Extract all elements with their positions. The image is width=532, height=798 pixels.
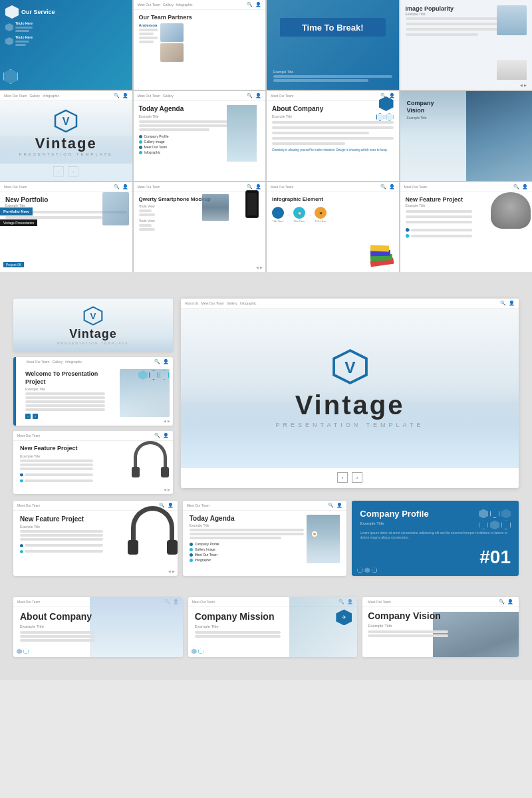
- slide-today-agenda: Meet Our Team Gallery 🔍 👤 Today Agenda E…: [134, 91, 266, 181]
- section-spacer-2: [0, 583, 532, 591]
- slide-qwerty: Meet Our Team 🔍 👤 Qwerty Smartphone Mock…: [134, 182, 266, 272]
- accent-bar: [13, 357, 16, 426]
- slide-vintage-cover: Meet Our Team Gallery Infographic 🔍 👤 V …: [0, 91, 132, 181]
- slide-company-mission-final: Meet Our Team 🔍 👤 Company Mission Exampl…: [188, 597, 358, 657]
- twitter-icon: t: [25, 414, 31, 419]
- project-tag: Project 08: [3, 262, 24, 267]
- new-feature-top-title: New Feature Project: [406, 196, 472, 203]
- slide-about-company-final: Meet Our Team 🔍 👤 About Company Example …: [13, 597, 183, 657]
- slide-company-mission-sky: CompanyVision Example Title: [400, 91, 533, 181]
- middle-section: V Vintage Presentation Template Meet Our…: [0, 285, 532, 501]
- final-section: Meet Our Team 🔍 👤 About Company Example …: [0, 591, 532, 670]
- main-large-logo: V: [332, 348, 368, 385]
- about-company-final-title: About Company: [20, 611, 95, 622]
- slide-infographic: Meet Our Team 🔍 👤 Infographic Element 👤 …: [267, 182, 399, 272]
- vintage-small-logo: V: [83, 306, 103, 326]
- top-slide-grid: Our Service Titulo Here Titulo Here: [0, 0, 532, 272]
- section-spacer: [0, 272, 532, 285]
- svg-text:V: V: [344, 358, 356, 376]
- vintage-cover-subtitle: Presentation Template: [19, 152, 113, 156]
- left-column: V Vintage Presentation Template Meet Our…: [13, 299, 173, 494]
- slide-image-popularity: Image Popularity Example Title ◀ ▶: [400, 0, 533, 90]
- bottom-spacer: [0, 670, 532, 680]
- about-company-title: About Company: [272, 105, 394, 113]
- our-service-title: Our Service: [21, 9, 55, 15]
- main-prev-arrow[interactable]: ‹: [337, 472, 348, 483]
- facebook-icon: f: [33, 414, 38, 419]
- slide-company-vision-final: Meet Our Team 🔍 👤 Company Vision Example…: [362, 597, 519, 657]
- portfolio-tag: Portfolio New: [0, 207, 33, 215]
- main-large-title: Vintage: [295, 390, 405, 420]
- company-profile-title: Company Profile: [360, 509, 428, 519]
- slide-company-profile: Company Profile Example Title Lorem ipsu…: [352, 501, 519, 576]
- slide-team-partners: Meet Our Team Gallery Infographic 🔍 👤 Ou…: [134, 0, 266, 90]
- welcome-title: Welcome To Presentation Project: [25, 370, 105, 386]
- slide-new-portfolio: Meet Our Team 🔍 👤 New Portfolio Example …: [0, 182, 132, 272]
- middle-bottom-row: Meet Our Team 🔍 👤 New Feature Project Ex…: [0, 501, 532, 583]
- about-company-quote: Creativity is allowing yourself to make …: [272, 148, 394, 152]
- vintage-logo-svg: V: [54, 109, 78, 133]
- company-profile-subtitle: Example Title: [360, 521, 428, 525]
- today-agenda-title: Today Agenda: [139, 105, 228, 113]
- company-vision-final-title: Company Vision: [368, 610, 448, 622]
- time-break-title: Time To Break!: [302, 23, 364, 33]
- slide-main-large: About Us Meet Our Team Gallery Infograph…: [181, 299, 519, 488]
- about-company-final-subtitle: Example Title: [20, 624, 176, 628]
- main-next-arrow[interactable]: ›: [352, 472, 362, 483]
- company-mission-final-title: Company Mission: [195, 611, 281, 622]
- slide-time-break: Time To Break! Example Title: [267, 0, 399, 90]
- slide-new-feature-small: Meet Our Team 🔍 👤 New Feature Project Ex…: [13, 431, 173, 494]
- slide-our-service: Our Service Titulo Here Titulo Here: [0, 0, 132, 90]
- vintage-pres-tag: Vintage Presentation: [0, 219, 37, 226]
- infographic-title: Infographic Element: [272, 196, 394, 202]
- vintage-cover-title: Vintage: [35, 135, 97, 152]
- slide-about-company: Meet Our Team 🔍 👤 About Company Example …: [267, 91, 399, 181]
- vintage-small-subtitle: Presentation Template: [57, 341, 128, 345]
- company-vision-final-subtitle: Example Title: [368, 624, 513, 628]
- slide-new-feature-top: Meet Our Team 🔍 👤 New Feature Project Ex…: [400, 182, 533, 272]
- new-feature-mid-title: New Feature Project: [20, 515, 103, 523]
- svg-text:V: V: [63, 116, 70, 127]
- vintage-small-title: Vintage: [69, 327, 117, 341]
- main-large-subtitle: Presentation Template: [276, 422, 424, 428]
- new-feature-small-title: New Feature Project: [20, 445, 100, 453]
- team-partners-title: Our Team Partners: [139, 14, 261, 21]
- svg-text:V: V: [90, 311, 96, 321]
- slide-today-agenda-mid: Meet Our Team 🔍 👤 Today Agenda Example T…: [183, 501, 347, 576]
- slide-welcome: Meet Our Team Gallery Infographic 🔍 👤 We…: [13, 357, 173, 426]
- slide-new-feature-mid: Meet Our Team 🔍 👤 New Feature Project Ex…: [13, 501, 178, 576]
- company-profile-number: #01: [360, 547, 511, 568]
- today-agenda-mid-title: Today Agenda: [190, 515, 305, 522]
- slide-vintage-small: V Vintage Presentation Template: [13, 299, 173, 352]
